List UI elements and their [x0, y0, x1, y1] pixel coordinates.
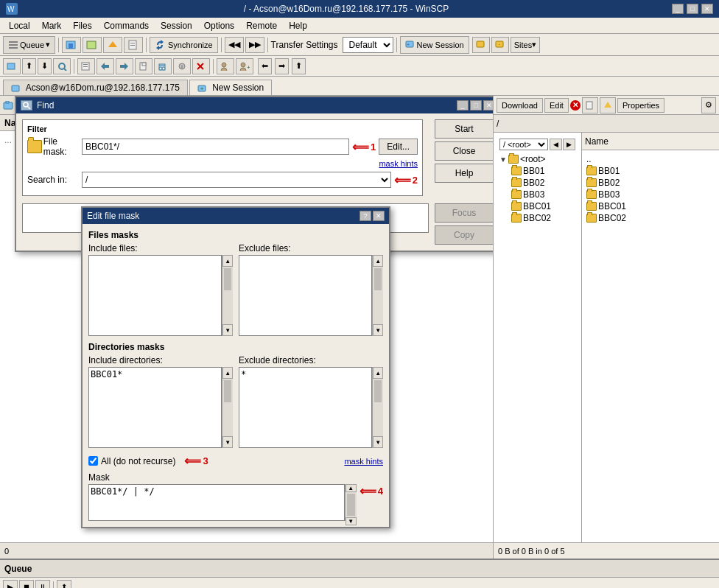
dir-nav1[interactable]: ⬅: [258, 58, 272, 74]
tree-item-BB01[interactable]: BB01: [499, 165, 575, 177]
user-op1[interactable]: [217, 58, 234, 74]
edit-file-btn[interactable]: Edit: [544, 98, 569, 113]
path-select[interactable]: / <root>: [499, 139, 548, 150]
file-item-BBC02[interactable]: BBC02: [585, 212, 716, 224]
file-op7[interactable]: [192, 58, 210, 74]
tree-item-BBC01[interactable]: BBC01: [499, 200, 575, 212]
synchronize-btn[interactable]: Synchronize: [150, 37, 218, 53]
mask-hints-link[interactable]: mask hints: [379, 159, 418, 168]
queue-btn2[interactable]: ⏹: [19, 580, 34, 589]
delete-icon[interactable]: ✕: [570, 100, 581, 111]
scroll-up3[interactable]: ▲: [222, 367, 233, 379]
new-session-btn[interactable]: + New Session: [400, 36, 469, 54]
all-checkbox[interactable]: [88, 456, 98, 466]
scroll-down[interactable]: ▼: [222, 324, 233, 336]
menu-local[interactable]: Local: [3, 19, 36, 32]
tb2-btn1[interactable]: [3, 58, 21, 74]
scroll-down4[interactable]: ▼: [373, 436, 383, 448]
scroll-up5[interactable]: ▲: [346, 484, 357, 492]
mask-hints-link2[interactable]: mask hints: [344, 457, 383, 466]
right-extra3[interactable]: ⚙: [701, 97, 716, 113]
right-extra1[interactable]: [582, 97, 598, 113]
edit-mask-help-btn[interactable]: ?: [360, 211, 371, 221]
copy-btn[interactable]: Copy: [435, 225, 494, 245]
include-dirs-scrollbar[interactable]: ▲ ▼: [222, 367, 233, 448]
include-files-input[interactable]: [88, 255, 222, 336]
scroll-down5[interactable]: ▼: [346, 517, 357, 525]
transfer-settings-select[interactable]: Default: [343, 37, 393, 53]
file-item-dotdot[interactable]: ..: [585, 153, 716, 165]
find-max-btn[interactable]: □: [470, 100, 482, 111]
tb-btn4[interactable]: [124, 37, 143, 53]
tb-btn2[interactable]: [83, 37, 102, 53]
queue-btn1[interactable]: ▶: [3, 580, 18, 589]
scroll-up4[interactable]: ▲: [373, 367, 383, 379]
scroll-up2[interactable]: ▲: [373, 255, 383, 267]
properties-btn[interactable]: Properties: [617, 98, 664, 113]
find-minimize-btn[interactable]: _: [457, 100, 469, 111]
exclude-dirs-input[interactable]: *: [239, 367, 372, 448]
close-find-btn[interactable]: Close: [435, 141, 494, 161]
queue-btn3[interactable]: ⏸: [35, 580, 50, 589]
tb-extra1[interactable]: [472, 37, 490, 53]
menu-remote[interactable]: Remote: [240, 19, 283, 32]
download-btn[interactable]: Download: [497, 98, 543, 113]
tree-root[interactable]: ▼ <root>: [499, 153, 575, 165]
include-dirs-input[interactable]: BBC01*: [88, 367, 222, 448]
file-item-BB01[interactable]: BB01: [585, 165, 716, 177]
tb-btn1[interactable]: [62, 37, 81, 53]
maximize-btn[interactable]: □: [687, 4, 698, 14]
tree-item-BB02[interactable]: BB02: [499, 177, 575, 189]
dir-nav3[interactable]: ⬆: [292, 58, 306, 74]
file-op4[interactable]: [135, 58, 152, 74]
help-find-btn[interactable]: Help: [435, 164, 494, 183]
tb-extra2[interactable]: -: [491, 37, 509, 53]
file-op3[interactable]: [116, 58, 133, 74]
file-mask-input[interactable]: [82, 139, 349, 155]
scroll-down2[interactable]: ▼: [373, 324, 383, 336]
tab-new-session[interactable]: + New Session: [189, 80, 272, 95]
mask-result-input[interactable]: BBC01*/ | */: [88, 484, 345, 521]
search-in-select[interactable]: /: [82, 172, 391, 188]
tree-nav2[interactable]: ▶: [563, 139, 575, 150]
menu-files[interactable]: Files: [67, 19, 97, 32]
start-btn[interactable]: Start: [435, 119, 494, 139]
exclude-files-input[interactable]: [239, 255, 372, 336]
file-item-BB02[interactable]: BB02: [585, 177, 716, 189]
scroll-down3[interactable]: ▼: [222, 436, 233, 448]
include-files-scrollbar[interactable]: ▲ ▼: [222, 255, 233, 336]
scroll-up[interactable]: ▲: [222, 255, 233, 267]
tree-item-BBC02[interactable]: BBC02: [499, 212, 575, 224]
file-item-BBC01[interactable]: BBC01: [585, 200, 716, 212]
tb2-btn4[interactable]: [53, 58, 71, 74]
tree-item-BB03[interactable]: BB03: [499, 189, 575, 200]
tb2-btn3[interactable]: ⬇: [38, 58, 52, 74]
file-op5[interactable]: [154, 58, 172, 74]
tree-nav1[interactable]: ◀: [550, 139, 562, 150]
queue-btn4[interactable]: ⬆: [57, 580, 71, 589]
dir-nav2[interactable]: ➡: [275, 58, 289, 74]
menu-help[interactable]: Help: [283, 19, 313, 32]
menu-commands[interactable]: Commands: [98, 19, 155, 32]
menu-mark[interactable]: Mark: [36, 19, 68, 32]
menu-options[interactable]: Options: [198, 19, 240, 32]
menu-session[interactable]: Session: [155, 19, 198, 32]
all-checkbox-label[interactable]: All (do not recurse): [101, 456, 175, 466]
name-col-header[interactable]: Name: [585, 136, 716, 147]
tb2-btn2[interactable]: ⬆: [22, 58, 36, 74]
file-op1[interactable]: [77, 58, 95, 74]
edit-mask-close-btn[interactable]: ✕: [373, 211, 385, 221]
user-op2[interactable]: +: [236, 58, 253, 74]
file-op2[interactable]: [97, 58, 114, 74]
queue-btn[interactable]: Queue▾: [3, 36, 55, 54]
file-item-BB03[interactable]: BB03: [585, 189, 716, 200]
tab-session[interactable]: Acson@w16Dom.ru@192.168.177.175: [3, 80, 188, 95]
sites-btn[interactable]: Sites▾: [511, 37, 540, 53]
exclude-files-scrollbar[interactable]: ▲ ▼: [372, 255, 383, 336]
focus-btn[interactable]: Focus: [435, 203, 494, 223]
minimize-btn[interactable]: _: [672, 4, 684, 14]
close-btn[interactable]: ✕: [701, 4, 713, 14]
edit-btn[interactable]: Edit...: [379, 139, 418, 155]
nav-btn1[interactable]: ◀◀: [225, 37, 244, 53]
file-op6[interactable]: i: [173, 58, 191, 74]
